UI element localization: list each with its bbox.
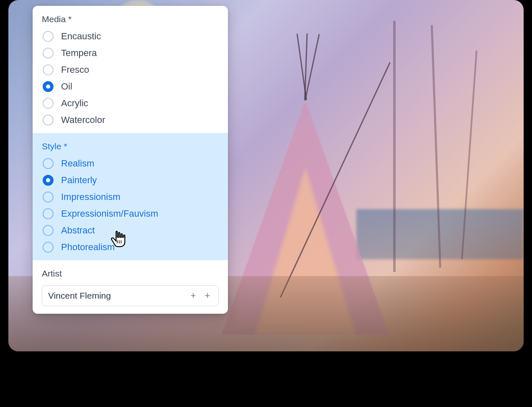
filter-panel: Media * Encaustic Tempera Fresco Oil Acr…: [33, 6, 228, 314]
media-option-tempera[interactable]: Tempera: [43, 48, 219, 59]
radio-label: Tempera: [61, 48, 97, 59]
radio-icon: [43, 208, 54, 219]
style-option-painterly[interactable]: Painterly: [43, 175, 219, 186]
artist-label: Artist: [42, 269, 219, 279]
style-option-impressionism[interactable]: Impressionism: [43, 192, 219, 202]
radio-label: Oil: [61, 81, 72, 92]
radio-icon: [43, 192, 54, 202]
style-label: Style *: [42, 141, 219, 151]
artist-input-wrapper: + +: [42, 285, 219, 306]
radio-label: Realism: [61, 158, 94, 169]
style-option-photorealism[interactable]: Photorealism: [43, 242, 219, 253]
plus-icon: +: [191, 290, 196, 301]
media-option-oil[interactable]: Oil: [43, 81, 219, 92]
radio-label: Fresco: [61, 64, 89, 75]
radio-label: Impressionism: [61, 192, 120, 202]
radio-icon: [43, 175, 54, 186]
plus-icon: +: [205, 290, 210, 301]
media-label: Media *: [42, 14, 219, 24]
radio-label: Painterly: [61, 175, 97, 186]
media-option-encaustic[interactable]: Encaustic: [43, 31, 219, 42]
media-option-acrylic[interactable]: Acrylic: [43, 98, 219, 109]
radio-icon: [43, 115, 54, 125]
artist-input[interactable]: [48, 291, 184, 301]
style-option-realism[interactable]: Realism: [43, 158, 219, 169]
radio-icon: [43, 242, 54, 253]
style-option-abstract[interactable]: Abstract: [43, 225, 219, 236]
radio-label: Encaustic: [61, 31, 101, 42]
add-button-2[interactable]: +: [202, 291, 212, 301]
tree-decoration: [393, 21, 396, 272]
radio-icon: [43, 48, 54, 59]
radio-label: Watercolor: [61, 115, 105, 125]
radio-label: Abstract: [61, 225, 95, 236]
radio-icon: [43, 81, 54, 92]
style-option-expressionism[interactable]: Expressionism/Fauvism: [43, 208, 219, 219]
style-radio-list: Realism Painterly Impressionism Expressi…: [42, 158, 219, 253]
radio-label: Expressionism/Fauvism: [61, 208, 158, 219]
media-option-fresco[interactable]: Fresco: [43, 64, 219, 75]
radio-icon: [43, 31, 54, 42]
radio-label: Acrylic: [61, 98, 88, 109]
add-button-1[interactable]: +: [188, 291, 198, 301]
radio-icon: [43, 225, 54, 236]
radio-icon: [43, 64, 54, 75]
radio-icon: [43, 158, 54, 169]
artist-section: Artist + +: [33, 260, 228, 314]
media-radio-list: Encaustic Tempera Fresco Oil Acrylic Wat…: [42, 31, 219, 125]
media-section: Media * Encaustic Tempera Fresco Oil Acr…: [33, 6, 228, 133]
style-section: Style * Realism Painterly Impressionism …: [33, 133, 228, 260]
radio-icon: [43, 98, 54, 109]
radio-label: Photorealism: [61, 242, 115, 253]
media-option-watercolor[interactable]: Watercolor: [43, 115, 219, 125]
